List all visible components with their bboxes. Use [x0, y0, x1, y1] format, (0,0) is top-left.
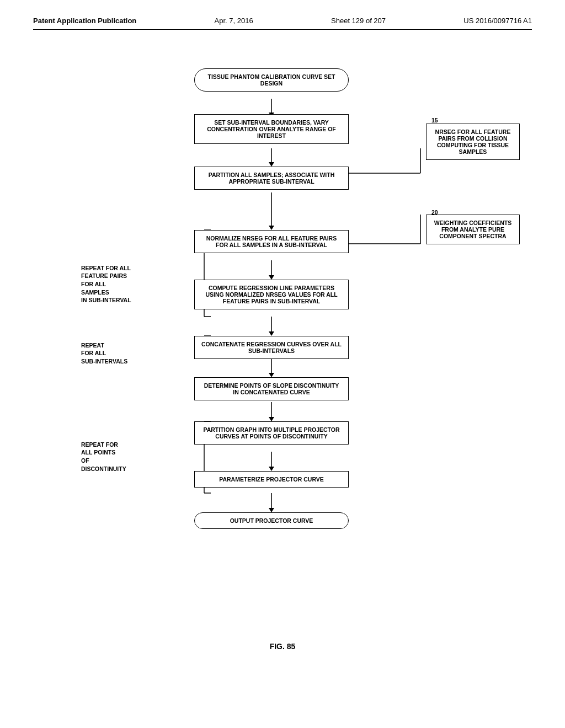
node-40: COMPUTE REGRESSION LINE PARAMETERS USING…: [194, 280, 349, 309]
node-70: PARTITION GRAPH INTO MULTIPLE PROJECTOR …: [194, 421, 349, 445]
figure-caption: FIG. 85: [33, 642, 532, 651]
node-18: PARTITION ALL SAMPLES; ASSOCIATE WITH AP…: [194, 167, 349, 190]
patent-label: US 2016/0097716 A1: [463, 17, 532, 25]
node-50: CONCATENATE REGRESSION CURVES OVER ALL S…: [194, 336, 349, 359]
publication-label: Patent Application Publication: [33, 17, 136, 25]
svg-marker-3: [269, 162, 274, 167]
svg-marker-13: [269, 275, 274, 280]
date-label: Apr. 7, 2016: [215, 17, 253, 25]
svg-marker-23: [269, 508, 274, 512]
node-60: DETERMINE POINTS OF SLOPE DISCONTINUITY …: [194, 377, 349, 400]
side-label-repeat-feature: REPEAT FOR ALL FEATURE PAIRS FOR ALL SAM…: [81, 256, 131, 304]
node-15: NRSEG FOR ALL FEATURE PAIRS FROM COLLISI…: [426, 124, 520, 160]
node-80: PARAMETERIZE PROJECTOR CURVE: [194, 471, 349, 488]
svg-marker-17: [269, 373, 274, 377]
node-30: NORMALIZE NRSEG FOR ALL FEATURE PAIRS FO…: [194, 230, 349, 253]
side-label-repeat-subintervals: REPEAT FOR ALL SUB-INTERVALS: [81, 333, 127, 366]
sheet-label: Sheet 129 of 207: [331, 17, 386, 25]
svg-marker-15: [269, 331, 274, 336]
node-10: SET SUB-INTERVAL BOUNDARIES, VARY CONCEN…: [194, 114, 349, 144]
node-20: WEIGHTING COEFFICIENTS FROM ANALYTE PURE…: [426, 215, 520, 244]
page-header: Patent Application Publication Apr. 7, 2…: [33, 17, 532, 30]
flowchart-diagram: TISSUE PHANTOM CALIBRATION CURVE SET DES…: [34, 52, 531, 631]
node-85: OUTPUT PROJECTOR CURVE: [194, 512, 349, 529]
side-label-repeat-discontinuity: REPEAT FOR ALL POINTS OF DISCONTINUITY: [81, 432, 126, 473]
svg-marker-21: [269, 467, 274, 471]
svg-marker-19: [269, 417, 274, 421]
page: Patent Application Publication Apr. 7, 2…: [0, 0, 565, 728]
svg-marker-11: [269, 226, 274, 230]
start-node: TISSUE PHANTOM CALIBRATION CURVE SET DES…: [194, 68, 349, 92]
